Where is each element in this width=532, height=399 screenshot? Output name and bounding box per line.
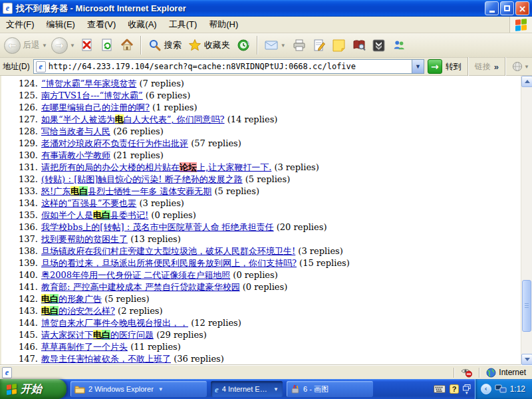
highlighted-term[interactable]: 电 [70, 186, 79, 196]
thread-link-text[interactable]: 老潘对沙琅政府不负责任行为作出批评 [41, 138, 188, 148]
thread-link[interactable]: “博贺水霸”早年家境贫苦 [41, 78, 136, 88]
go-button[interactable]: → [428, 59, 442, 74]
refresh-button[interactable] [98, 37, 116, 53]
thread-link-text[interactable]: 的形象广告 [59, 294, 102, 304]
thread-link-text[interactable]: 找到要帮助的贫困生了 [41, 234, 128, 244]
menu-help[interactable]: 帮助(H) [203, 17, 244, 33]
vertical-scrollbar[interactable] [521, 76, 532, 365]
thread-link[interactable]: 怒!广东电白县烈士牺牲一年多 遗体安葬无期 [41, 186, 211, 196]
links-label[interactable]: 链接 [475, 61, 491, 72]
forward-dropdown-icon[interactable]: ▼ [70, 43, 75, 49]
thread-link[interactable]: 请大家探讨下电白的医疗问题 [41, 330, 154, 340]
restore-toolbar-icon[interactable]: ▼ [463, 384, 471, 394]
thread-link-text[interactable]: “博贺水霸”早年家境贫苦 [41, 78, 136, 88]
thread-link-text[interactable]: 请大家探讨下 [41, 330, 93, 340]
thread-link[interactable]: 请把所有的局的办公大楼的相片贴在论坛上,让大家鞭打一下. [41, 162, 271, 172]
thread-link-text[interactable]: 假如半个人是 [41, 210, 93, 220]
thread-link[interactable]: 教导主任害怕被砍杀，不敢上班了 [41, 354, 171, 364]
home-button[interactable] [118, 37, 136, 53]
links-chevron-icon[interactable]: » [494, 62, 499, 72]
highlighted-term[interactable]: 白 [102, 210, 110, 220]
thread-link[interactable]: 写给当政者与人民 [41, 126, 110, 136]
highlighted-term[interactable]: 电 [115, 114, 124, 124]
restore-button[interactable] [500, 1, 514, 15]
flashget-button[interactable] [370, 37, 388, 53]
start-button[interactable]: 开始 [0, 379, 66, 399]
highlighted-term[interactable]: 白 [79, 186, 88, 196]
minimize-button[interactable] [485, 1, 499, 15]
thread-link-text[interactable]: (转贴)：[贴图]触目惊心的污染! 断子绝孙的发展之路 [41, 174, 243, 184]
forward-button[interactable]: → ▼ [50, 37, 76, 54]
thread-link[interactable]: 草草再制作了一个片头 [41, 342, 128, 352]
tray-collapse-icon[interactable]: ‹ [481, 384, 491, 394]
ime-help-icon[interactable]: ? [450, 384, 459, 394]
search-button[interactable]: 搜索 [146, 37, 184, 53]
menu-edit[interactable]: 编辑(E) [41, 17, 81, 33]
thread-link-text[interactable]: 草草再制作了一个片头 [41, 342, 128, 352]
scroll-thumb[interactable] [522, 280, 531, 332]
scroll-up-button[interactable] [521, 76, 532, 87]
print-button[interactable] [290, 37, 309, 53]
network-status-icon[interactable] [495, 384, 507, 394]
back-dropdown-icon[interactable]: ▼ [42, 43, 47, 49]
thread-link-text[interactable]: 我学校bbs上的[转帖]：茂名市中医院草菅人命 拒绝承担责任 [41, 222, 274, 232]
thread-link-text[interactable]: 旦场镇政府在我们村庄旁建立大型垃圾池，破坏人民群众环境卫生! [41, 246, 295, 256]
thread-link-text[interactable]: 怒!广东 [41, 186, 70, 196]
highlighted-term[interactable]: 电 [41, 294, 50, 304]
thread-link[interactable]: 电白的形象广告 [41, 294, 102, 304]
thread-link-text[interactable]: 粤2008年停用一代身份证 二代证像须在户籍地照 [41, 270, 230, 280]
privacy-report-pane[interactable] [457, 367, 477, 378]
thread-link-text[interactable]: 这样的“百强县”不要也罢 [41, 198, 136, 208]
group-dropdown-icon[interactable]: ▼ [158, 386, 164, 392]
thread-link[interactable]: 老潘对沙琅政府不负责任行为作出批评 [41, 138, 188, 148]
thread-link-text[interactable]: 请把所有的局的办公大楼的相片贴在 [41, 162, 180, 172]
thread-link[interactable]: 旦场的看过来，旦场派出所将便民利民服务放到网上，你们支持吗? [41, 258, 297, 268]
address-dropdown-button[interactable]: ▼ [412, 60, 424, 73]
thread-link[interactable]: 博贺自来水厂事件今晚电视台报出，， [41, 318, 188, 328]
close-button[interactable]: × [515, 1, 529, 15]
address-input[interactable]: e http://64.233.179.104/search?q=cache:n… [33, 59, 424, 74]
thread-link[interactable]: 在哪里编辑自己的注册的啊? [41, 102, 150, 112]
thread-link-text[interactable]: 白人大代表”, 你们同意吗? [124, 114, 225, 124]
thread-link[interactable]: 我学校bbs上的[转帖]：茂名市中医院草菅人命 拒绝承担责任 [41, 222, 274, 232]
thread-link-text[interactable]: 的治安怎么样? [59, 306, 115, 316]
highlighted-term[interactable]: 白 [102, 330, 110, 340]
thread-link-text[interactable]: 教育部: 严控高中建校成本 严禁自行贷款建豪华校园 [41, 282, 240, 292]
edit-button[interactable] [310, 37, 329, 53]
thread-link-text[interactable]: 县烈士牺牲一年多 遗体安葬无期 [88, 186, 211, 196]
thread-link-text[interactable]: 写给当政者与人民 [41, 126, 110, 136]
mail-dropdown-icon[interactable]: ▼ [281, 43, 286, 49]
extension-globe-button[interactable]: ▼ [512, 61, 529, 72]
back-button[interactable]: ← 后退 ▼ [3, 37, 49, 54]
highlighted-term[interactable]: 白 [50, 306, 59, 316]
thread-link-text[interactable]: 有事请教小学教师 [41, 150, 110, 160]
highlighted-term[interactable]: 电 [41, 306, 50, 316]
messenger-note-button[interactable] [330, 37, 348, 53]
stop-button[interactable] [78, 37, 96, 53]
taskbar-group-internet-explorer[interactable]: e 4 Internet Expl... ▼ [211, 381, 283, 397]
taskbar-group-windows-explorer[interactable]: 2 Windows Explorer ▼ [70, 381, 207, 397]
menu-favorites[interactable]: 收藏(A) [122, 17, 162, 33]
thread-link[interactable]: 粤2008年停用一代身份证 二代证像须在户籍地照 [41, 270, 230, 280]
taskbar-clock[interactable]: 1:12 [510, 384, 525, 394]
menu-view[interactable]: 查看(V) [81, 17, 122, 33]
thread-link[interactable]: 电白的治安怎么样? [41, 306, 115, 316]
highlighted-term[interactable]: 白 [50, 294, 59, 304]
highlighted-term[interactable]: 论坛 [180, 162, 197, 172]
highlighted-term[interactable]: 电 [93, 330, 102, 340]
menu-tools[interactable]: 工具(T) [163, 17, 203, 33]
thread-link[interactable]: 找到要帮助的贫困生了 [41, 234, 128, 244]
thread-link[interactable]: 假如半个人是电白县委书记! [41, 210, 148, 220]
menu-file[interactable]: 文件(F) [0, 17, 41, 33]
thread-link-text[interactable]: 旦场的看过来，旦场派出所将便民利民服务放到网上，你们支持吗? [41, 258, 297, 268]
discuss-button[interactable] [350, 37, 368, 53]
highlighted-term[interactable]: 电 [93, 210, 102, 220]
group-dropdown-icon[interactable]: ▼ [273, 386, 279, 392]
thread-link-text[interactable]: 上,让大家鞭打一下. [197, 162, 271, 172]
thread-link-text[interactable]: 县委书记! [110, 210, 148, 220]
scroll-down-button[interactable] [521, 354, 532, 365]
thread-link-text[interactable]: 博贺自来水厂事件今晚电视台报出，， [41, 318, 188, 328]
thread-link-text[interactable]: 在哪里编辑自己的注册的啊? [41, 102, 150, 112]
taskbar-group-paint[interactable]: 6 - 画图 [287, 381, 373, 397]
thread-link[interactable]: 这样的“百强县”不要也罢 [41, 198, 136, 208]
